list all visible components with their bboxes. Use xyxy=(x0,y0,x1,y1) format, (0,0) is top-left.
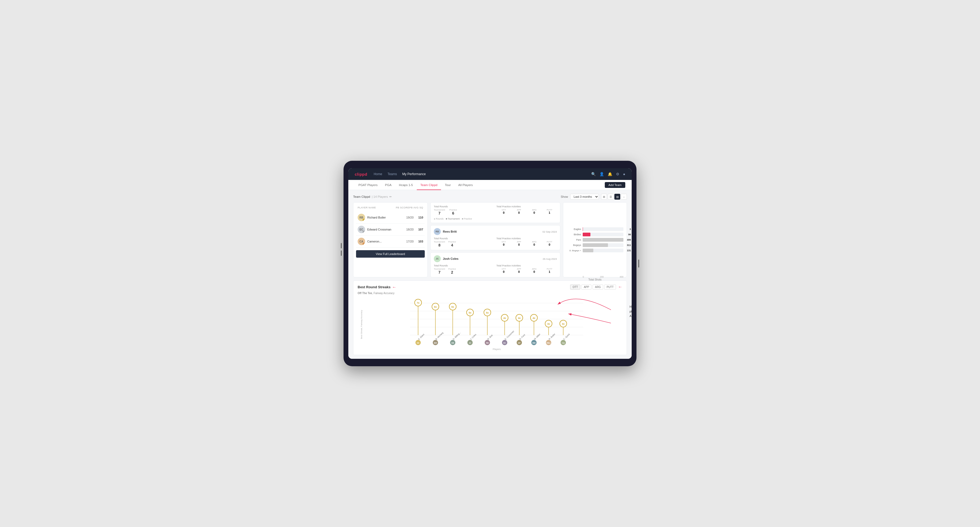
filter-arg[interactable]: ARG xyxy=(593,284,603,290)
bar-fill xyxy=(583,238,624,242)
svg-text:RB: RB xyxy=(486,342,488,344)
annotation-text: Here you can see streaks your players ha… xyxy=(630,305,632,319)
tab-all-players[interactable]: All Players xyxy=(455,180,476,190)
svg-text:4x: 4x xyxy=(518,317,520,319)
card-view-icon[interactable]: ▤ xyxy=(614,194,620,200)
leaderboard-panel: PLAYER NAME PB SCORE PB AVG SQ RB 1 Rich… xyxy=(353,202,428,277)
lb-col-name: PLAYER NAME xyxy=(358,206,396,209)
rank-badge: 3 xyxy=(362,242,365,245)
avatar: RB 1 xyxy=(358,214,365,221)
streaks-panel: Best Round Streaks ← OTT APP ARG PUTT ← xyxy=(353,281,627,355)
chart-panel: Eagles 3 Birdies 96 xyxy=(563,202,627,277)
x-axis-label: Players xyxy=(371,348,622,351)
chart-row: D. Bogeys + 131 xyxy=(566,249,624,252)
lb-col-avg: PB AVG SQ xyxy=(409,206,423,209)
player-card: RB Rees Britt 02 Sep 2023 Total Rounds T… xyxy=(430,225,560,250)
main-content: Team Clippd | 14 Players ✏ Show Last 3 m… xyxy=(348,190,632,359)
player-date: 02 Sep 2023 xyxy=(542,230,557,233)
list-view-icon[interactable]: ☰ xyxy=(608,194,614,200)
bar-value: 96 xyxy=(628,233,631,236)
svg-text:EE: EE xyxy=(417,342,419,344)
streak-chart: Best Streak, Fairway Accuracy 7x xyxy=(358,298,622,351)
three-col-layout: PLAYER NAME PB SCORE PB AVG SQ RB 1 Rich… xyxy=(353,202,627,277)
svg-text:5x: 5x xyxy=(469,311,471,314)
svg-text:BM: BM xyxy=(434,342,437,344)
nav-icons: 🔍 👤 🔔 ⚙ ● xyxy=(591,172,625,176)
filter-putt[interactable]: PUTT xyxy=(604,284,616,290)
streak-subtitle: Off The Tee, Fairway Accuracy xyxy=(358,292,622,295)
bar-fill xyxy=(583,243,608,247)
bar-label: Pars xyxy=(566,238,581,241)
user-icon[interactable]: 👤 xyxy=(600,172,604,176)
nav-my-performance[interactable]: My Performance xyxy=(402,172,426,176)
chart-row: Pars 499 xyxy=(566,238,624,242)
tab-hcaps[interactable]: Hcaps 1-5 xyxy=(395,180,417,190)
bar-label: Eagles xyxy=(566,228,581,230)
filter-app[interactable]: APP xyxy=(581,284,592,290)
bar-track: 499 xyxy=(583,238,624,242)
grid-view-icon[interactable]: ⊞ xyxy=(601,194,607,200)
avatar-icon[interactable]: ● xyxy=(623,172,625,176)
rank-badge: 1 xyxy=(362,218,365,221)
streaks-header: Best Round Streaks ← OTT APP ARG PUTT ← xyxy=(358,284,622,290)
nav-home[interactable]: Home xyxy=(374,172,382,176)
player-avg: 103 xyxy=(416,240,423,243)
player-name: Cameron... xyxy=(367,240,404,243)
pc-header: JC Josh Coles 26 Aug 2023 xyxy=(434,255,557,262)
svg-text:EC: EC xyxy=(503,342,506,344)
nav-teams[interactable]: Teams xyxy=(387,172,397,176)
x-label: 400 xyxy=(620,275,624,278)
team-controls: Show Last 3 months ⊞ ☰ ▤ ↓ xyxy=(561,194,627,200)
player-score: 17/20 xyxy=(406,240,414,243)
player-avg: 110 xyxy=(416,216,423,219)
lb-header: PLAYER NAME PB SCORE PB AVG SQ xyxy=(356,205,425,210)
tab-pgat-players[interactable]: PGAT Players xyxy=(355,180,381,190)
filter-ott[interactable]: OTT xyxy=(570,284,580,290)
svg-text:CQ: CQ xyxy=(562,342,565,344)
table-row: RB 1 Richard Butler 19/20 110 xyxy=(356,211,425,224)
bar-label: D. Bogeys + xyxy=(566,249,581,252)
player-card: Total Rounds Tournament 7 Practice 6 xyxy=(430,202,560,223)
pc-header: RB Rees Britt 02 Sep 2023 xyxy=(434,228,557,235)
arrow-indicator: ← xyxy=(392,285,396,290)
streaks-title: Best Round Streaks ← xyxy=(358,285,396,290)
search-icon[interactable]: 🔍 xyxy=(591,172,596,176)
bar-track: 96 xyxy=(583,233,624,237)
nav-bar: clippd Home Teams My Performance 🔍 👤 🔔 ⚙… xyxy=(348,168,632,180)
tab-tour[interactable]: Tour xyxy=(441,180,454,190)
sub-nav: PGAT Players PGA Hcaps 1-5 Team Clippd T… xyxy=(348,180,632,190)
bell-icon[interactable]: 🔔 xyxy=(608,172,612,176)
svg-text:7x: 7x xyxy=(417,302,419,304)
svg-text:3x: 3x xyxy=(562,322,565,325)
tab-team-clippd[interactable]: Team Clippd xyxy=(417,180,441,190)
bar-label: Birdies xyxy=(566,233,581,236)
svg-text:JC: JC xyxy=(469,342,471,344)
period-select[interactable]: Last 3 months xyxy=(570,194,599,200)
player-name: Rees Britt xyxy=(443,230,457,233)
bar-track: 131 xyxy=(583,249,624,252)
player-card: JC Josh Coles 26 Aug 2023 Total Rounds T… xyxy=(430,252,560,277)
settings-icon[interactable]: ⚙ xyxy=(616,172,619,176)
svg-text:M. Miller: M. Miller xyxy=(534,333,541,340)
player-name: Richard Butler xyxy=(367,216,404,219)
tab-pga[interactable]: PGA xyxy=(381,180,395,190)
svg-text:5x: 5x xyxy=(486,311,488,314)
svg-text:R. Butler: R. Butler xyxy=(548,333,556,340)
avatar: EC 2 xyxy=(358,226,365,233)
view-leaderboard-button[interactable]: View Full Leaderboard xyxy=(356,250,425,258)
add-team-button[interactable]: Add Team xyxy=(605,182,625,188)
chart-view-icon[interactable]: ↓ xyxy=(621,194,627,200)
avatar: JC xyxy=(434,255,441,262)
player-date: 26 Aug 2023 xyxy=(543,257,557,260)
avatar: CA 3 xyxy=(358,238,365,245)
show-label: Show xyxy=(561,195,568,198)
player-score: 19/20 xyxy=(406,216,414,219)
bar-value: 311 xyxy=(627,244,631,246)
avatar: RB xyxy=(434,228,441,235)
edit-icon[interactable]: ✏ xyxy=(389,195,392,198)
team-title: Team Clippd | 14 Players ✏ xyxy=(353,195,392,198)
lb-col-score: PB SCORE xyxy=(396,206,409,209)
svg-text:MM: MM xyxy=(532,342,536,344)
team-name: Team Clippd xyxy=(353,195,370,198)
nav-links: Home Teams My Performance xyxy=(374,172,584,176)
